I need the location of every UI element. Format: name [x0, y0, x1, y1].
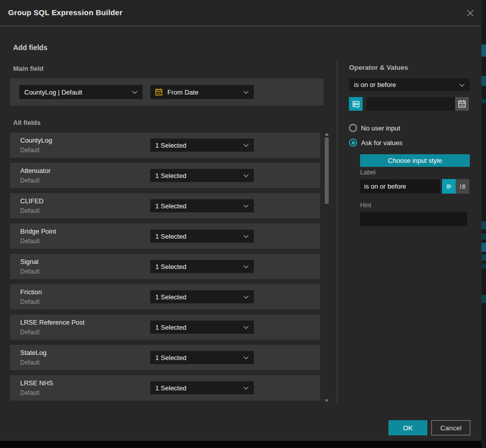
field-row: LRSE NHS Default 1 Selected [10, 375, 320, 400]
layer-select-value: CountyLog | Default [24, 88, 82, 96]
background-fragment [481, 263, 486, 268]
field-row: CLIFED Default 1 Selected [10, 193, 320, 218]
field-selection-dropdown[interactable]: 1 Selected [150, 321, 254, 334]
hint-input[interactable] [360, 212, 467, 226]
radio-ask-for-values-label: Ask for values [361, 139, 403, 147]
background-fragment [481, 254, 486, 261]
chevron-down-icon [244, 203, 249, 208]
chevron-down-icon [132, 89, 138, 94]
field-sublabel: Default [20, 207, 39, 214]
field-selection-dropdown[interactable]: 1 Selected [150, 260, 254, 273]
field-row: LRSE Reference Post Default 1 Selected [10, 315, 320, 340]
field-selection-value: 1 Selected [155, 172, 186, 180]
panel-divider [337, 60, 337, 405]
field-row: Signal Default 1 Selected [10, 254, 320, 279]
chevron-down-icon [244, 172, 249, 177]
field-selection-dropdown[interactable]: 1 Selected [150, 169, 254, 182]
all-fields-label: All fields [13, 119, 40, 126]
value-list-icon [351, 100, 361, 109]
field-name: CountyLog [20, 137, 52, 144]
field-selection-value: 1 Selected [155, 142, 186, 149]
chevron-down-icon [244, 89, 249, 94]
field-sublabel: Default [20, 359, 39, 366]
radio-circle-icon [349, 124, 357, 132]
screen: Group SQL Expression Builder Add fields … [0, 0, 486, 448]
background-fragment [481, 99, 486, 103]
background-fragment [481, 76, 486, 86]
radio-selected-icon [349, 139, 357, 147]
field-sublabel: Default [20, 268, 39, 275]
field-row: Friction Default 1 Selected [10, 284, 320, 309]
field-row: Bridge Point Default 1 Selected [10, 223, 320, 249]
field-name: CLIFED [20, 197, 43, 205]
main-field-label: Main field [13, 65, 43, 72]
ok-button[interactable]: OK [388, 420, 427, 435]
chevron-down-icon [244, 324, 249, 329]
list-style-button[interactable] [456, 179, 469, 194]
calendar-icon [458, 100, 466, 108]
field-selection-value: 1 Selected [155, 233, 186, 240]
dialog-header: Group SQL Expression Builder [0, 0, 481, 26]
radio-no-user-input[interactable]: No user input [349, 124, 400, 132]
field-selection-dropdown[interactable]: 1 Selected [150, 139, 254, 152]
chevron-down-icon [244, 294, 249, 299]
field-name: LRSE NHS [20, 379, 53, 387]
value-input[interactable] [367, 97, 455, 111]
unique-values-picker-button[interactable] [349, 97, 363, 111]
field-selection-dropdown[interactable]: 1 Selected [150, 199, 254, 212]
field-row: Attenuator Default 1 Selected [10, 163, 320, 188]
field-sublabel: Default [20, 329, 39, 336]
field-sublabel: Default [20, 389, 39, 396]
field-sublabel: Default [20, 177, 39, 184]
choose-input-style-button[interactable]: Choose input style [360, 154, 470, 167]
field-selection-dropdown[interactable]: 1 Selected [150, 230, 254, 243]
dialog-title: Group SQL Expression Builder [8, 8, 122, 17]
background-fragment [481, 243, 486, 252]
scrollbar-thumb[interactable] [325, 138, 329, 204]
scrollbar-up-arrow-icon[interactable] [325, 133, 329, 136]
operator-select-value: is on or before [354, 81, 396, 88]
background-fragment [481, 221, 486, 230]
label-input[interactable] [360, 180, 440, 193]
single-line-style-button[interactable] [442, 179, 456, 194]
date-picker-button[interactable] [455, 97, 469, 111]
label-field-label: Label [360, 169, 376, 176]
scrollbar-down-arrow-icon[interactable] [325, 399, 329, 402]
close-icon[interactable] [466, 9, 475, 18]
field-name: Attenuator [20, 167, 51, 174]
field-name: Signal [20, 258, 38, 265]
background-page-bottom [0, 441, 481, 448]
add-fields-heading: Add fields [13, 43, 48, 52]
field-selection-dropdown[interactable]: 1 Selected [150, 351, 254, 364]
date-calendar-icon [155, 88, 163, 98]
background-fragment [481, 234, 486, 240]
operator-values-heading: Operator & Values [349, 64, 408, 71]
main-field-select[interactable]: From Date [150, 85, 254, 99]
chevron-down-icon [244, 142, 249, 147]
field-selection-value: 1 Selected [155, 354, 186, 362]
chevron-down-icon [244, 385, 249, 390]
align-left-icon [445, 183, 453, 191]
chevron-down-icon [244, 354, 249, 360]
field-name: StateLog [20, 349, 47, 356]
layer-select[interactable]: CountyLog | Default [19, 85, 143, 99]
chevron-down-icon [244, 263, 249, 268]
background-page-edge [481, 0, 486, 448]
field-sublabel: Default [20, 147, 39, 154]
field-selection-value: 1 Selected [155, 324, 186, 331]
hint-field-label: Hint [360, 202, 371, 209]
cancel-button[interactable]: Cancel [431, 420, 470, 435]
radio-ask-for-values[interactable]: Ask for values [349, 139, 403, 147]
field-selection-value: 1 Selected [155, 202, 186, 210]
field-selection-dropdown[interactable]: 1 Selected [150, 381, 254, 394]
bulleted-list-icon [459, 183, 467, 191]
field-row: StateLog Default 1 Selected [10, 345, 320, 370]
field-selection-dropdown[interactable]: 1 Selected [150, 290, 254, 303]
main-field-card: CountyLog | Default From Date [10, 78, 324, 106]
operator-select[interactable]: is on or before [349, 78, 470, 91]
field-sublabel: Default [20, 238, 39, 245]
main-field-select-value: From Date [167, 88, 198, 96]
field-name: Bridge Point [20, 228, 56, 235]
field-name: LRSE Reference Post [20, 319, 84, 326]
chevron-down-icon [460, 81, 465, 86]
